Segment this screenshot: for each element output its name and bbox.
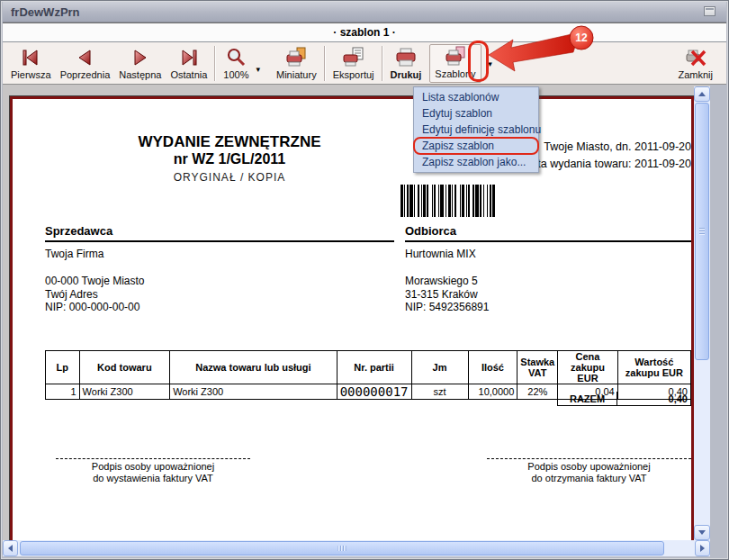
buyer-address-line: 31-315 Kraków	[405, 288, 691, 302]
annotation-badge-number: 12	[575, 32, 588, 44]
table-header-cell: Ilość	[468, 351, 518, 384]
total-value: 0,40	[617, 392, 691, 406]
export-icon	[342, 47, 365, 68]
magnifier-icon	[224, 47, 248, 68]
zoom-button[interactable]: 100%	[219, 44, 253, 83]
thumbnails-icon	[284, 47, 308, 68]
barcode	[400, 185, 577, 217]
nav-last-icon	[177, 47, 201, 68]
menu-item[interactable]: Zapisz szablon jako...	[414, 154, 538, 170]
next-page-button[interactable]: Następna	[114, 44, 166, 83]
arrow-up-icon	[698, 92, 706, 96]
doc-number: nr WZ 1/GL/2011	[72, 151, 387, 167]
menu-item[interactable]: Lista szablonów	[414, 89, 538, 105]
table-cell: szt	[411, 384, 468, 400]
table-cell: 000000017	[337, 384, 411, 400]
close-icon	[684, 47, 707, 68]
seller-address-line: Twój Adres	[45, 288, 394, 302]
zoom-level-label: 100%	[223, 69, 248, 80]
horizontal-scrollbar[interactable]	[3, 540, 710, 556]
templates-icon	[444, 46, 467, 68]
first-page-button[interactable]: Pierwsza	[6, 44, 56, 83]
scroll-down-button[interactable]	[694, 525, 710, 540]
table-cell: Worki Z300	[170, 384, 338, 400]
table-header-cell: Jm	[411, 351, 468, 384]
zoom-dropdown-caret[interactable]: ▾	[253, 65, 263, 74]
toolbar-separator	[382, 46, 383, 81]
szablony-menu: Lista szablonówEdytuj szablonEdytuj defi…	[413, 86, 539, 173]
print-label: Drukuj	[391, 69, 422, 80]
arrow-right-icon	[700, 545, 705, 552]
toolbar-separator	[324, 46, 326, 81]
signature-caption: do wystawienia faktury VAT	[56, 473, 250, 484]
toolbar-separator	[214, 46, 216, 81]
export-label: Eksportuj	[333, 69, 374, 80]
vertical-scrollbar[interactable]	[694, 86, 710, 540]
previous-page-label: Poprzednia	[60, 69, 111, 80]
table-header-cell: Wartość zakupu EUR	[617, 351, 690, 384]
signature-left: Podpis osoby upoważnionejdo wystawienia …	[56, 458, 250, 484]
signature-line	[487, 458, 691, 459]
barcode-gap	[495, 185, 497, 217]
window-title: frDewWzPrn	[3, 5, 80, 19]
seller-address-line: NIP: 000-000-00-00	[45, 301, 394, 314]
doc-title: WYDANIE ZEWNĘTRZNE	[72, 133, 387, 151]
scroll-right-button[interactable]	[695, 540, 710, 556]
signature-caption: do otrzymania faktury VAT	[487, 473, 691, 484]
table-header-cell: Cena zakupu EUR	[558, 351, 617, 384]
table-cell: 22%	[518, 384, 558, 400]
thumbnails-label: Miniatury	[276, 69, 317, 80]
signature-line	[56, 458, 250, 459]
total-row: RAZEM 0,40	[557, 392, 691, 406]
table-header-cell: Stawka VAT	[518, 351, 558, 384]
app-window: frDewWzPrn · szablon 1 · Pierwsza Poprze…	[0, 0, 729, 560]
table-header-cell: Nr. partii	[337, 351, 411, 384]
issue-date: data wydania towaru: 2011-09-20	[525, 156, 691, 173]
table-header-cell: Nazwa towaru lub usługi	[170, 351, 338, 384]
export-button[interactable]: Eksportuj	[328, 44, 379, 83]
menu-item[interactable]: Edytuj definicję szablonu	[414, 122, 538, 138]
signature-caption: Podpis osoby upoważnionej	[487, 461, 691, 473]
table-cell: 1	[46, 384, 80, 400]
buyer-heading: Odbiorca	[405, 224, 691, 242]
arrow-down-icon	[698, 530, 706, 535]
buyer-section: Odbiorca Hurtownia MIX Morawskiego 531-3…	[405, 224, 691, 314]
seller-section: Sprzedawca Twoja Firma 00-000 Twoje Mias…	[45, 224, 394, 314]
close-label: Zamknij	[678, 69, 713, 80]
nav-next-icon	[129, 47, 152, 68]
table-cell: 10,0000	[468, 384, 518, 400]
table-header-cell: Kod towaru	[79, 351, 170, 384]
total-label: RAZEM	[557, 392, 617, 406]
print-icon	[394, 47, 418, 68]
scroll-left-button[interactable]	[3, 540, 18, 556]
table-header-cell: Lp	[46, 351, 80, 384]
template-bar-label: · szablon 1 ·	[333, 26, 395, 39]
doc-copy-type: ORYGINAŁ / KOPIA	[72, 171, 387, 184]
maximize-button[interactable]	[704, 6, 716, 16]
last-page-button[interactable]: Ostatnia	[166, 44, 212, 83]
buyer-address-line: NIP: 5492356891	[405, 301, 691, 314]
document-page: WYDANIE ZEWNĘTRZNE nr WZ 1/GL/2011 ORYGI…	[10, 96, 694, 556]
signature-caption: Podpis osoby upoważnionej	[56, 461, 250, 473]
preview-area: WYDANIE ZEWNĘTRZNE nr WZ 1/GL/2011 ORYGI…	[3, 85, 710, 556]
menu-item[interactable]: Edytuj szablon	[414, 105, 538, 122]
vertical-scroll-thumb[interactable]	[695, 103, 709, 360]
seller-heading: Sprzedawca	[45, 224, 394, 242]
last-page-label: Ostatnia	[170, 69, 207, 80]
annotation-arrow: 12	[468, 14, 621, 79]
signature-right: Podpis osoby upoważnionejdo otrzymania f…	[487, 458, 691, 484]
close-button[interactable]: Zamknij	[673, 44, 717, 83]
next-page-label: Następna	[119, 69, 161, 80]
menu-item[interactable]: Zapisz szablon	[414, 138, 538, 154]
arrow-left-icon	[8, 545, 13, 552]
nav-first-icon	[19, 47, 42, 68]
previous-page-button[interactable]: Poprzednia	[56, 44, 115, 83]
thumbnails-button[interactable]: Miniatury	[272, 44, 321, 83]
scroll-up-button[interactable]	[694, 86, 710, 102]
buyer-name: Hurtownia MIX	[405, 248, 691, 260]
seller-name: Twoja Firma	[45, 248, 394, 260]
seller-address-line: 00-000 Twoje Miasto	[45, 275, 394, 288]
print-button[interactable]: Drukuj	[386, 44, 427, 83]
horizontal-scroll-thumb[interactable]	[20, 541, 664, 555]
city-date: Twoje Miasto, dn. 2011-09-20	[525, 139, 691, 156]
